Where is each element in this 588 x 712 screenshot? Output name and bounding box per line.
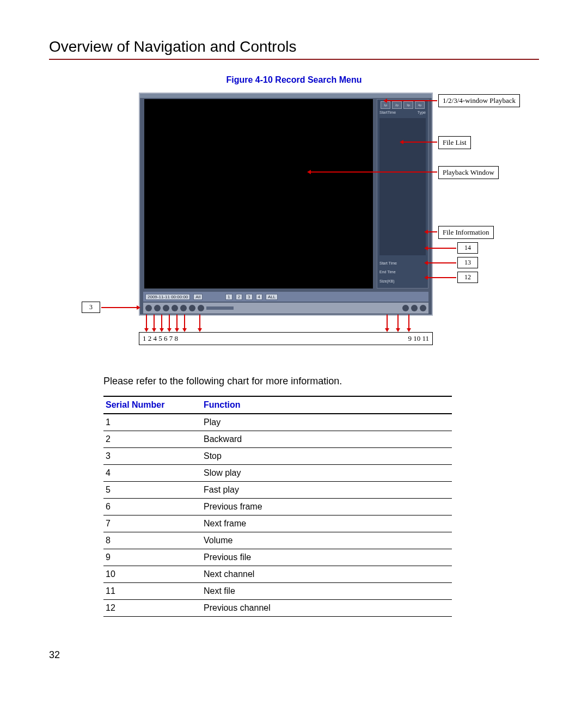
next-channel-button[interactable]	[411, 305, 418, 311]
section-title: Overview of Navigation and Controls	[49, 38, 539, 56]
callout-file-list: File List	[438, 136, 471, 149]
cell-f: Stop	[201, 448, 452, 465]
cell-n: 11	[103, 583, 201, 600]
filter-1[interactable]: 1	[225, 294, 232, 300]
arrow-7	[184, 315, 185, 329]
status-all[interactable]: All	[193, 294, 203, 300]
callout-playback-window: Playback Window	[438, 166, 499, 179]
arrow-11	[408, 315, 409, 329]
cell-f: Play	[201, 414, 452, 431]
col-function-header: Function	[201, 396, 452, 414]
table-row: 4Slow play	[103, 465, 452, 482]
backward-button[interactable]	[154, 305, 161, 311]
bottom-numbers-right: 9 10 11	[408, 334, 429, 343]
next-file-button[interactable]	[420, 305, 426, 311]
arrow-2	[154, 315, 155, 329]
fast-play-button[interactable]	[180, 305, 187, 311]
filter-3[interactable]: 3	[246, 294, 252, 300]
cell-f: Fast play	[201, 482, 452, 499]
callout-playback-windows: 1/2/3/4-window Playback	[438, 94, 520, 107]
prev-frame-button[interactable]	[189, 305, 195, 311]
slow-play-button[interactable]	[171, 305, 178, 311]
callout-file-information: File Information	[438, 226, 494, 239]
cell-n: 1	[103, 414, 201, 431]
col-starttime: StartTime	[379, 111, 396, 117]
arrow-file-list	[403, 142, 437, 143]
cell-f: Slow play	[201, 465, 452, 482]
cell-f: Previous frame	[201, 499, 452, 515]
layout-2p-button[interactable]: 2p	[392, 101, 402, 109]
callout-3: 3	[82, 302, 100, 313]
cell-n: 6	[103, 499, 201, 515]
cell-f: Backward	[201, 431, 452, 448]
chart-intro-text: Please refer to the following chart for …	[103, 376, 539, 387]
status-timestamp: 2009-11-11 00:00:00	[145, 294, 190, 300]
callout-13: 13	[457, 257, 478, 268]
cell-n: 3	[103, 448, 201, 465]
arrow-10	[397, 315, 399, 329]
cell-f: Volume	[201, 532, 452, 549]
table-row: 3Stop	[103, 448, 452, 465]
col-type: Type	[418, 111, 426, 117]
player-titlebar	[140, 94, 432, 98]
prev-file-button[interactable]	[402, 305, 409, 311]
arrow-1	[146, 315, 147, 329]
status-bar: 2009-11-11 00:00:00 All 1 2 3 4 ALL	[143, 292, 428, 302]
bottom-number-row: 1 2 4 5 6 7 8 9 10 11	[139, 332, 433, 345]
table-row: 7Next frame	[103, 515, 452, 532]
arrow-3	[101, 307, 137, 308]
cell-n: 7	[103, 515, 201, 532]
cell-f: Previous file	[201, 549, 452, 566]
cell-n: 2	[103, 431, 201, 448]
layout-3p-button[interactable]: 3p	[403, 101, 413, 109]
table-row: 2Backward	[103, 431, 452, 448]
figure-caption: Figure 4-10 Record Search Menu	[49, 75, 539, 85]
cell-f: Next frame	[201, 515, 452, 532]
arrow-13	[427, 262, 456, 263]
next-frame-button[interactable]	[198, 305, 204, 311]
arrow-playback-window	[310, 171, 437, 173]
volume-slider[interactable]	[206, 306, 234, 310]
stop-button[interactable]	[163, 305, 169, 311]
filter-all[interactable]: ALL	[266, 294, 278, 300]
file-list-header: StartTime Type	[379, 111, 426, 117]
file-info-panel: Start Time End Time Size(KB)	[379, 259, 426, 286]
window-layout-buttons[interactable]: 1p 2p 3p 4p	[381, 101, 425, 109]
cell-f: Previous channel	[201, 600, 452, 617]
arrow-file-info	[427, 231, 437, 232]
info-start-label: Start Time	[379, 261, 397, 265]
table-row: 1Play	[103, 414, 452, 431]
callout-12: 12	[457, 272, 478, 283]
arrow-12	[427, 277, 456, 278]
cell-n: 12	[103, 600, 201, 617]
table-row: 5Fast play	[103, 482, 452, 499]
function-table: Serial Number Function 1Play 2Backward 3…	[103, 396, 452, 617]
arrow-9	[387, 315, 388, 329]
info-size-label: Size(KB)	[379, 279, 395, 283]
table-row: 9Previous file	[103, 549, 452, 566]
cell-n: 8	[103, 532, 201, 549]
filter-2[interactable]: 2	[236, 294, 242, 300]
file-list-body[interactable]	[379, 118, 426, 255]
file-list-panel: 1p 2p 3p 4p StartTime Type Start Time En…	[377, 99, 428, 289]
control-bar	[143, 303, 428, 314]
cell-n: 5	[103, 482, 201, 499]
layout-4p-button[interactable]: 4p	[415, 101, 425, 109]
cell-n: 4	[103, 465, 201, 482]
arrow-5	[169, 315, 170, 329]
player-window: 1p 2p 3p 4p StartTime Type Start Time En…	[139, 93, 433, 316]
table-row: 10Next channel	[103, 566, 452, 583]
arrow-14	[427, 248, 456, 249]
table-row: 6Previous frame	[103, 499, 452, 515]
col-serial-header: Serial Number	[103, 396, 201, 414]
info-end-label: End Time	[379, 270, 396, 274]
filter-4[interactable]: 4	[256, 294, 262, 300]
arrow-playback-windows	[387, 100, 437, 101]
play-button[interactable]	[145, 305, 152, 311]
table-row: 8Volume	[103, 532, 452, 549]
figure-diagram: 1p 2p 3p 4p StartTime Type Start Time En…	[82, 93, 506, 365]
arrow-4	[161, 315, 162, 329]
table-row: 11Next file	[103, 583, 452, 600]
cell-n: 10	[103, 566, 201, 583]
table-row: 12Previous channel	[103, 600, 452, 617]
